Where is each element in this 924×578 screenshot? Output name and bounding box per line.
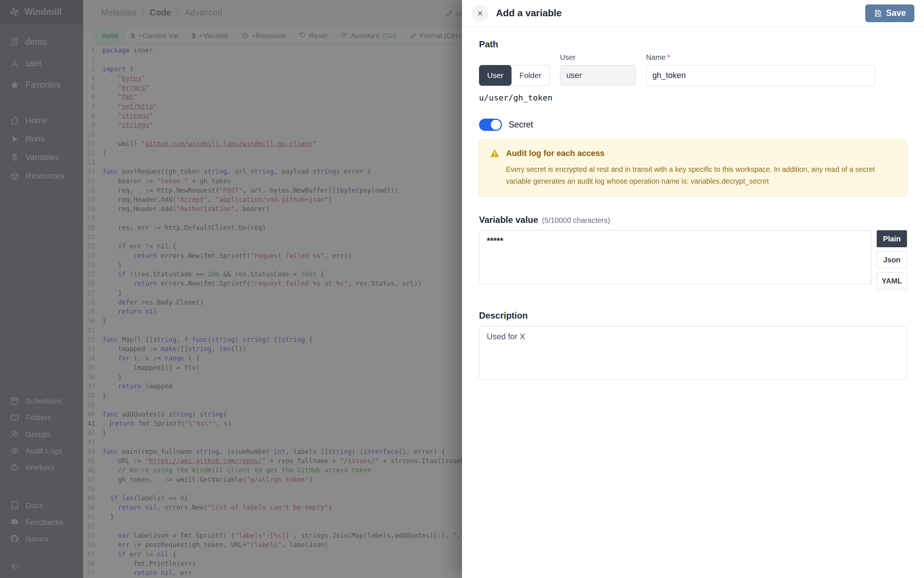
format-tab-yaml[interactable]: YAML bbox=[877, 272, 907, 289]
audit-warning-text: Every secret is encrypted at rest and in… bbox=[506, 163, 896, 187]
close-icon bbox=[476, 10, 484, 17]
warning-icon bbox=[490, 148, 500, 158]
owner-kind-user[interactable]: User bbox=[479, 65, 512, 86]
name-input[interactable] bbox=[646, 65, 875, 86]
path-row: UserFolder User Name* bbox=[479, 53, 907, 86]
name-field-label: Name* bbox=[646, 53, 875, 62]
close-button[interactable] bbox=[472, 5, 489, 22]
name-field-group: Name* bbox=[646, 53, 875, 86]
name-label-text: Name bbox=[646, 53, 666, 61]
drawer-header: Add a variable Save bbox=[462, 0, 924, 27]
variable-value-row: ***** PlainJsonYAML bbox=[479, 230, 907, 294]
audit-warning-box: Audit log for each access Every secret i… bbox=[479, 139, 907, 197]
toggle-knob bbox=[491, 120, 501, 130]
description-heading: Description bbox=[479, 310, 907, 321]
owner-kind-folder[interactable]: Folder bbox=[512, 65, 550, 86]
add-variable-drawer: Add a variable Save Path UserFolder User… bbox=[462, 0, 924, 578]
save-button-label: Save bbox=[886, 8, 906, 18]
secret-toggle[interactable] bbox=[479, 119, 502, 131]
value-format-tabs: PlainJsonYAML bbox=[877, 230, 907, 294]
secret-row: Secret bbox=[479, 119, 907, 131]
user-field-label: User bbox=[560, 53, 636, 62]
app-window: Windmill demouserFavorites HomeRunsVaria… bbox=[0, 0, 924, 578]
drawer-title: Add a variable bbox=[496, 7, 562, 19]
audit-warning-title: Audit log for each access bbox=[506, 149, 605, 158]
description-input[interactable]: Used for X bbox=[479, 326, 907, 380]
required-asterisk: * bbox=[667, 53, 670, 61]
floppy-icon bbox=[874, 9, 882, 17]
variable-value-input[interactable]: ***** bbox=[479, 230, 872, 284]
path-preview: u/user/gh_token bbox=[479, 93, 907, 102]
drawer-body: Path UserFolder User Name* u/user/gh_tok… bbox=[462, 27, 924, 382]
format-tab-json[interactable]: Json bbox=[877, 251, 907, 268]
owner-kind-toggle: UserFolder bbox=[479, 65, 550, 86]
variable-value-header: Variable value (5/10000 characters) bbox=[479, 215, 907, 225]
secret-label: Secret bbox=[508, 120, 533, 130]
user-input[interactable] bbox=[560, 65, 636, 86]
path-heading: Path bbox=[479, 39, 907, 50]
character-counter: (5/10000 characters) bbox=[542, 216, 610, 225]
user-field-group: User bbox=[560, 53, 636, 86]
format-tab-plain[interactable]: Plain bbox=[877, 230, 907, 247]
audit-warning-header: Audit log for each access bbox=[490, 148, 896, 158]
variable-value-heading: Variable value bbox=[479, 215, 538, 225]
save-button[interactable]: Save bbox=[865, 5, 914, 22]
